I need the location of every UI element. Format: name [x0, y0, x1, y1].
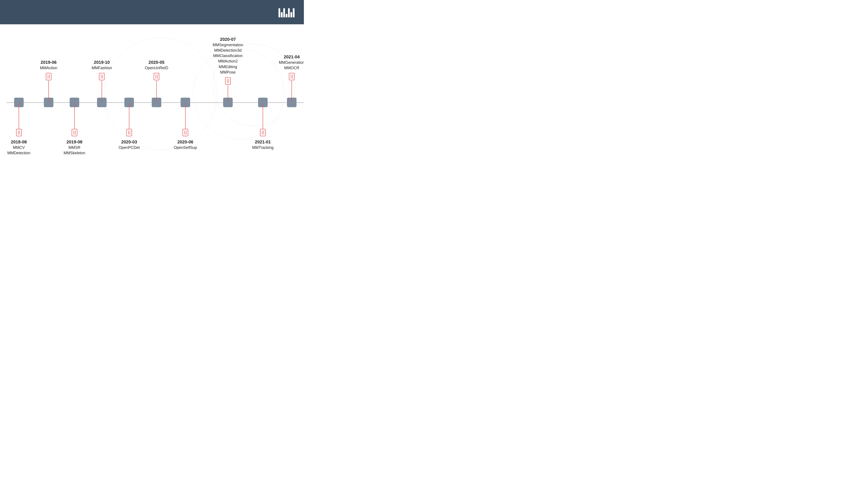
pin-cap-e7	[183, 129, 188, 136]
logo	[278, 7, 295, 18]
timeline: 2018-08MMCVMMDetection 2019-06MMAction 2…	[0, 24, 304, 171]
label-above-e6: 2020-05OpenUnReID	[145, 59, 168, 71]
label-below-e3: 2019-08MMSRMMSkeleton	[64, 139, 85, 156]
label-below-e5: 2020-03OpenPCDet	[119, 139, 140, 150]
label-above-e4: 2019-10MMFashion	[92, 59, 112, 71]
label-above-e8: 2020-07MMSegmentationMMDetection3dMMClas…	[213, 36, 243, 75]
pin-cap-e3	[72, 129, 77, 136]
pin-cap-e8	[225, 77, 231, 85]
timeline-items: 2018-08MMCVMMDetection 2019-06MMAction 2…	[0, 24, 304, 171]
pin-line-e4	[101, 81, 102, 102]
pin-line-e3	[74, 103, 75, 129]
pin-cap-e4	[99, 73, 104, 80]
pin-cap-e1	[16, 129, 22, 136]
pin-cap-e6	[154, 73, 159, 80]
pin-line-e8	[228, 85, 228, 102]
pin-line-e6	[156, 81, 157, 102]
label-below-e7: 2020-06OpenSelfSup	[174, 139, 197, 150]
pin-line-e5	[129, 103, 129, 129]
main-content: 2018-08MMCVMMDetection 2019-06MMAction 2…	[0, 24, 304, 171]
label-above-e10: 2021-04MMGenerationMMOCR	[279, 54, 304, 71]
pin-line-e10	[291, 81, 292, 102]
pin-line-e9	[262, 103, 263, 129]
pin-line-e7	[185, 103, 186, 129]
label-below-e9: 2021-01MMTracking	[252, 139, 274, 150]
pin-line-e1	[19, 103, 19, 129]
pin-cap-e2	[46, 73, 52, 80]
pin-cap-e9	[260, 129, 266, 136]
pin-cap-e5	[126, 129, 132, 136]
label-below-e1: 2018-08MMCVMMDetection	[7, 139, 30, 156]
logo-icon	[278, 7, 294, 18]
pin-line-e2	[49, 81, 49, 102]
label-above-e2: 2019-06MMAction	[40, 59, 57, 71]
header	[0, 0, 304, 24]
pin-cap-e10	[289, 73, 294, 80]
